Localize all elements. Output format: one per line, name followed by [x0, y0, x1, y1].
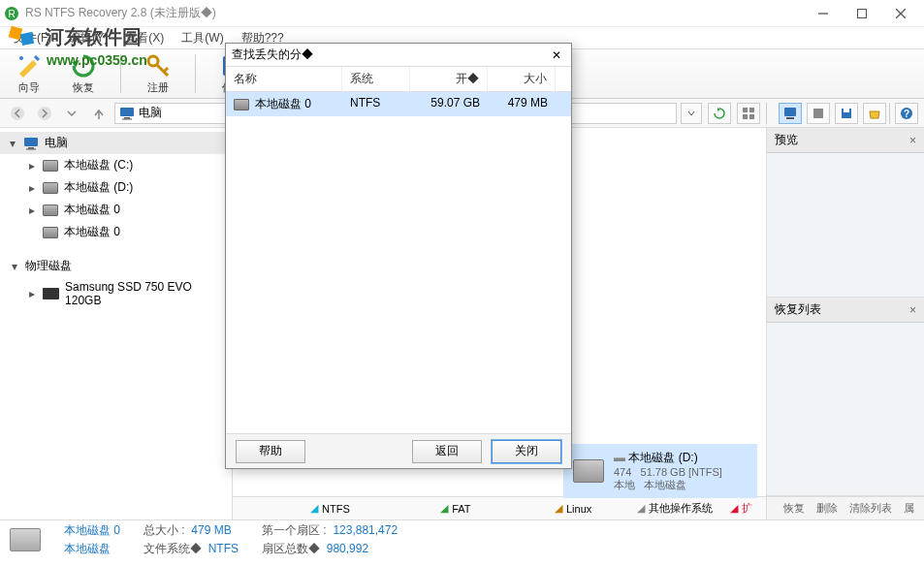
status-total-sectors-value: 980,992	[327, 542, 368, 555]
nav-back-button[interactable]	[6, 102, 29, 125]
svg-rect-19	[749, 108, 754, 112]
svg-point-9	[148, 56, 158, 66]
caret-right-icon: ▸	[27, 161, 37, 171]
app-icon: R	[4, 6, 19, 21]
disk-icon-large	[573, 459, 604, 483]
dialog-titlebar: 查找丢失的分◆ ✕	[226, 44, 571, 67]
status-first-sector-value: 123,881,472	[333, 523, 398, 537]
status-total-sectors-label: 扇区总数◆	[262, 542, 320, 555]
tree-disk-0-b[interactable]: ▸ 本地磁盘 0	[0, 221, 232, 243]
address-dropdown[interactable]	[681, 103, 702, 124]
recover-label: 恢复	[73, 80, 94, 95]
svg-rect-20	[743, 114, 748, 119]
nav-separator-2	[889, 103, 890, 124]
legend-ext: ◢扩	[722, 501, 760, 516]
find-lost-partition-dialog: 查找丢失的分◆ ✕ 名称 系统 开◆ 大小 本地磁盘 0 NTFS 59.07 …	[225, 43, 572, 469]
tree-panel: ▾ 电脑 ▸ 本地磁盘 (C:) ▸ 本地磁盘 (D:) ▸ 本地磁盘 0 ▸ …	[0, 128, 233, 519]
view-options-button[interactable]	[737, 103, 760, 124]
more-action[interactable]: 属	[904, 501, 914, 516]
row-open: 59.07 GB	[410, 92, 488, 116]
delete-action[interactable]: 删除	[816, 501, 838, 516]
status-disk-icon	[10, 528, 41, 551]
disk-icon	[43, 204, 58, 216]
svg-rect-24	[813, 109, 823, 118]
dialog-close-button-footer[interactable]: 关闭	[492, 440, 561, 463]
minimize-button[interactable]	[804, 3, 843, 24]
table-row[interactable]: 本地磁盘 0 NTFS 59.07 GB 479 MB	[226, 92, 571, 116]
tree-disk-d[interactable]: ▸ 本地磁盘 (D:)	[0, 176, 232, 199]
legend-other: ◢其他操作系统	[601, 501, 720, 516]
preview-toggle-button[interactable]	[779, 103, 802, 124]
menu-edit[interactable]: 编辑(Y)	[61, 28, 115, 48]
svg-rect-31	[26, 148, 36, 149]
row-name: 本地磁盘 0	[255, 96, 311, 112]
toolbar-separator-2	[195, 54, 196, 93]
tree-computer-header[interactable]: ▾ 电脑	[0, 132, 232, 154]
tree-ssd[interactable]: ▸ Samsung SSD 750 EVO 120GB	[0, 277, 232, 310]
nav-forward-button[interactable]	[33, 102, 56, 125]
tree-disk-c-label: 本地磁盘 (C:)	[64, 157, 133, 173]
clear-action[interactable]: 清除列表	[849, 501, 892, 516]
save-session-button[interactable]	[835, 103, 858, 124]
menu-view[interactable]: 查看(X)	[117, 28, 172, 48]
help-icon-button[interactable]: ?	[895, 103, 918, 124]
caret-down-icon: ▾	[8, 139, 17, 148]
recover-button[interactable]: 恢复	[62, 50, 105, 97]
col-size[interactable]: 大小	[488, 67, 556, 91]
nav-history-button[interactable]	[60, 102, 83, 125]
fs-legend: ◢NTFS ◢FAT ◢Linux ◢其他操作系统 ◢扩	[233, 496, 766, 519]
disk-item-sub: 51.78 GB [NTFS]	[641, 466, 722, 478]
svg-rect-16	[124, 117, 130, 119]
svg-rect-18	[743, 108, 748, 112]
svg-text:?: ?	[904, 109, 909, 119]
preview-panel-close[interactable]: ×	[909, 134, 916, 147]
dialog-help-button[interactable]: 帮助	[236, 440, 305, 463]
legend-fat: ◢FAT	[360, 502, 479, 515]
row-size: 479 MB	[488, 92, 556, 116]
refresh-button[interactable]	[708, 103, 731, 124]
window-title: RS NTFS Recovery 2.8 (未注册版◆)	[25, 5, 804, 21]
tree-physical-header[interactable]: ▾ 物理磁盘	[0, 255, 232, 277]
disk-item-sub2-label: 本地	[614, 479, 635, 490]
wizard-button[interactable]: 向导	[8, 50, 50, 97]
disk-list-item[interactable]: ▬ 本地磁盘 (D:) 474 51.78 GB [NTFS] 本地 本地磁盘	[563, 444, 757, 496]
menu-tools[interactable]: 工具(W)	[174, 28, 231, 48]
disk-icon	[43, 160, 58, 172]
recovery-actions: 恢复 删除 清除列表 属	[767, 496, 924, 519]
register-label: 注册	[147, 80, 169, 95]
register-button[interactable]: 注册	[137, 50, 179, 97]
caret-right-icon: ▸	[27, 183, 37, 193]
info-toggle-button[interactable]	[807, 103, 830, 124]
tree-computer-label: 电脑	[45, 135, 68, 151]
nav-separator	[766, 103, 767, 124]
tree-disk-c[interactable]: ▸ 本地磁盘 (C:)	[0, 154, 232, 176]
dialog-title: 查找丢失的分◆	[232, 47, 313, 63]
maximize-button[interactable]	[843, 3, 881, 24]
svg-rect-3	[858, 9, 867, 17]
recovery-panel-close[interactable]: ×	[909, 303, 916, 317]
status-total-size-label: 总大小 :	[143, 523, 185, 537]
titlebar: R RS NTFS Recovery 2.8 (未注册版◆)	[0, 0, 924, 27]
status-fs-label: 文件系统◆	[143, 542, 202, 555]
nav-up-button[interactable]	[87, 102, 111, 125]
svg-rect-29	[24, 138, 38, 146]
address-text: 电脑	[139, 105, 162, 121]
dialog-back-button[interactable]: 返回	[412, 440, 482, 463]
col-name[interactable]: 名称	[226, 67, 342, 91]
preview-panel-body	[767, 153, 924, 298]
preview-panel-title: 预览	[775, 132, 798, 148]
menu-file[interactable]: 文件(F)	[6, 28, 59, 48]
col-open[interactable]: 开◆	[410, 67, 488, 91]
svg-rect-22	[784, 108, 796, 116]
tree-disk-0-a[interactable]: ▸ 本地磁盘 0	[0, 199, 232, 221]
close-button[interactable]	[881, 3, 920, 24]
recover-icon	[70, 52, 97, 79]
recover-action[interactable]: 恢复	[783, 501, 805, 516]
dialog-close-button[interactable]: ✕	[548, 48, 565, 62]
open-session-button[interactable]	[863, 103, 886, 124]
disk-icon	[43, 227, 58, 238]
legend-linux: ◢Linux	[481, 502, 600, 515]
col-system[interactable]: 系统	[342, 67, 410, 91]
svg-rect-23	[786, 117, 794, 119]
key-icon	[144, 52, 172, 79]
